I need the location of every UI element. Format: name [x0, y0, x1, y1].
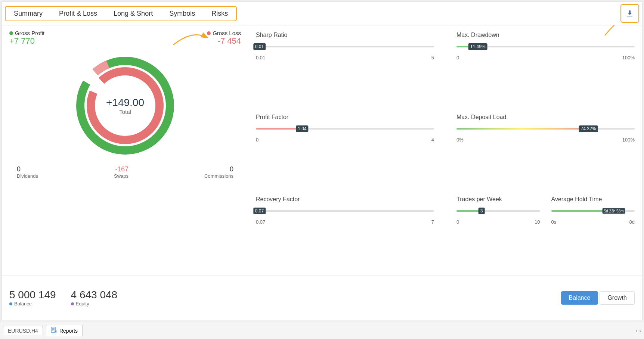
tab-profit-loss[interactable]: Profit & Loss [51, 7, 105, 21]
nav-right-icon[interactable]: › [639, 327, 641, 334]
dividends-block: 0 Dividends [17, 165, 38, 179]
max-drawdown-slider[interactable]: 11.49% [456, 41, 635, 52]
balance-dot-icon [9, 302, 12, 305]
donut-chart-area: +149.00 Total [73, 53, 177, 158]
donut-chart-svg [73, 53, 177, 158]
avg-hold-time-block: Average Hold Time 5d 23h 58m 0s 8d [551, 196, 635, 271]
max-drawdown-thumb: 11.49% [468, 43, 487, 50]
profit-factor-slider[interactable]: 1.04 [256, 124, 434, 134]
green-dot-icon [9, 31, 13, 35]
status-bar: EURUSD,H4 Reports ‹ › [0, 322, 644, 339]
equity-stat: 4 643 048 Equity [71, 289, 118, 307]
avg-hold-time-min: 0s [551, 219, 557, 225]
recovery-factor-track [256, 210, 434, 212]
recovery-factor-max: 7 [431, 219, 434, 225]
chart-buttons: Balance Growth [561, 291, 635, 305]
nav-left-icon[interactable]: ‹ [635, 327, 637, 334]
reports-tab[interactable]: Reports [46, 325, 83, 336]
trades-per-week-thumb: 3 [479, 208, 485, 214]
dividends-label: Dividends [17, 173, 38, 179]
max-drawdown-labels: 0 100% [456, 55, 635, 60]
growth-button[interactable]: Growth [600, 291, 635, 305]
equity-label: Equity [71, 301, 118, 307]
avg-hold-time-title: Average Hold Time [551, 196, 635, 203]
commissions-block: 0 Commissions [204, 165, 233, 179]
sharp-ratio-min: 0.01 [256, 55, 265, 60]
tab-risks[interactable]: Risks [203, 7, 236, 21]
trades-per-week-block: Trades per Week 3 0 10 [456, 196, 540, 271]
balance-value: 5 000 149 [9, 289, 56, 301]
reports-tab-label: Reports [59, 328, 78, 334]
recovery-factor-min: 0.07 [256, 219, 265, 225]
reports-icon [51, 327, 58, 335]
max-deposit-load-slider[interactable]: 74.32% [456, 124, 635, 134]
tab-bar: Summary Profit & Loss Long & Short Symbo… [2, 2, 642, 25]
profit-factor-min: 0 [256, 137, 258, 143]
max-deposit-load-max: 100% [622, 137, 635, 143]
swaps-value: -167 [114, 165, 129, 173]
right-panel: Sharp Ratio 0.01 0.01 5 [256, 30, 635, 271]
avg-hold-time-max: 8d [629, 219, 635, 225]
recovery-factor-labels: 0.07 7 [256, 219, 434, 225]
recovery-factor-slider[interactable]: 0.07 [256, 206, 434, 216]
sharp-ratio-block: Sharp Ratio 0.01 0.01 5 [256, 32, 434, 106]
profit-loss-header: Gross Profit +7 770 [9, 30, 241, 46]
gross-profit-block: Gross Profit +7 770 [9, 30, 44, 46]
trades-per-week-max: 10 [535, 219, 540, 225]
content-area: Gross Profit +7 770 [2, 25, 642, 275]
max-deposit-load-labels: 0% 100% [456, 137, 635, 143]
profit-factor-fill [256, 128, 302, 130]
profit-factor-block: Profit Factor 1.04 0 4 [256, 114, 434, 189]
recovery-factor-block: Recovery Factor 0.07 0.07 7 [256, 196, 434, 271]
dual-metric-block: Trades per Week 3 0 10 Average Hold Time [456, 196, 635, 271]
bottom-stats: 0 Dividends -167 Swaps 0 Commissions [9, 165, 241, 179]
bottom-chart-area: 5 000 149 Balance 4 643 048 Equity Balan… [2, 275, 642, 320]
tab-summary[interactable]: Summary [6, 7, 51, 21]
commissions-value: 0 [204, 165, 233, 173]
avg-hold-time-labels: 0s 8d [551, 219, 635, 225]
commissions-label: Commissions [204, 173, 233, 179]
trades-per-week-track [456, 210, 540, 212]
sharp-ratio-slider[interactable]: 0.01 [256, 41, 434, 52]
avg-hold-time-slider[interactable]: 5d 23h 58m [551, 206, 635, 216]
tab-long-short[interactable]: Long & Short [105, 7, 161, 21]
download-button[interactable] [620, 4, 639, 23]
max-deposit-load-block: Max. Deposit Load 74.32% 0% 100% [456, 114, 635, 189]
arrow-left-icon [170, 26, 214, 49]
tab-symbols[interactable]: Symbols [161, 7, 203, 21]
chart-stats: 5 000 149 Balance 4 643 048 Equity [9, 289, 117, 307]
sharp-ratio-title: Sharp Ratio [256, 32, 434, 38]
balance-stat: 5 000 149 Balance [9, 289, 56, 307]
tabs-group: Summary Profit & Loss Long & Short Symbo… [5, 6, 237, 21]
sharp-ratio-labels: 0.01 5 [256, 55, 434, 60]
sharp-ratio-track [256, 46, 434, 47]
trades-per-week-labels: 0 10 [456, 219, 540, 225]
gross-profit-value: +7 770 [9, 36, 44, 46]
trades-per-week-slider[interactable]: 3 [456, 206, 540, 216]
max-deposit-load-thumb: 74.32% [579, 125, 598, 132]
profit-factor-track [256, 128, 434, 130]
max-deposit-load-fill [456, 128, 588, 130]
max-drawdown-max: 100% [622, 55, 635, 60]
profit-factor-thumb: 1.04 [296, 125, 308, 132]
swaps-block: -167 Swaps [114, 165, 129, 179]
max-deposit-load-title: Max. Deposit Load [456, 114, 635, 121]
dividends-value: 0 [17, 165, 38, 173]
symbol-tab[interactable]: EURUSD,H4 [3, 326, 43, 335]
arrow-right-icon [597, 25, 627, 37]
sharp-ratio-thumb: 0.01 [253, 43, 266, 50]
sharp-ratio-max: 5 [431, 55, 434, 60]
nav-arrows[interactable]: ‹ › [635, 327, 641, 334]
equity-dot-icon [71, 302, 74, 305]
balance-label: Balance [9, 301, 56, 307]
trades-per-week-min: 0 [456, 219, 459, 225]
max-deposit-load-track [456, 128, 635, 130]
profit-factor-max: 4 [431, 137, 434, 143]
trades-per-week-fill [456, 210, 482, 212]
recovery-factor-title: Recovery Factor [256, 196, 434, 203]
max-deposit-load-min: 0% [456, 137, 464, 143]
recovery-factor-thumb: 0.07 [253, 208, 266, 214]
equity-value: 4 643 048 [71, 289, 118, 301]
balance-button[interactable]: Balance [561, 291, 598, 305]
gross-profit-label: Gross Profit [9, 30, 44, 36]
